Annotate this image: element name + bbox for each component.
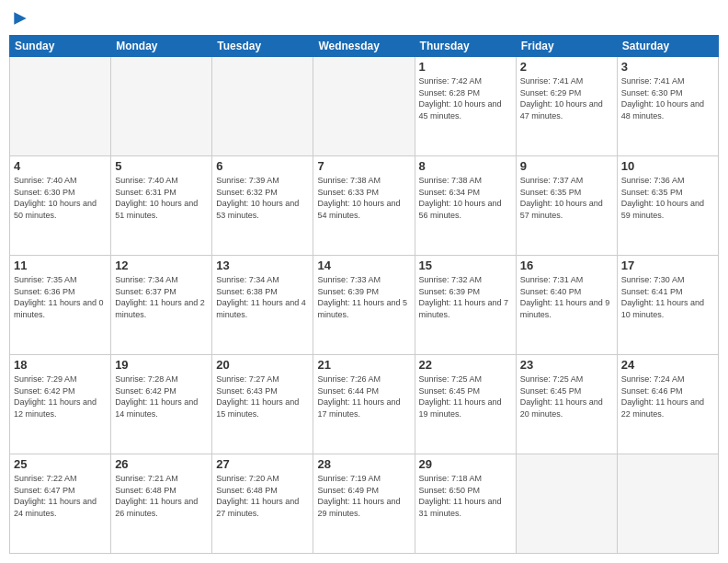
calendar-cell: 7Sunrise: 7:38 AMSunset: 6:33 PMDaylight… (313, 156, 415, 256)
week-row-0: 1Sunrise: 7:42 AMSunset: 6:28 PMDaylight… (10, 57, 719, 156)
day-info: Sunrise: 7:27 AMSunset: 6:43 PMDaylight:… (216, 373, 309, 419)
day-number: 6 (216, 159, 309, 173)
calendar-cell: 16Sunrise: 7:31 AMSunset: 6:40 PMDayligh… (516, 256, 617, 355)
column-header-sunday: Sunday (10, 36, 111, 57)
column-header-saturday: Saturday (617, 36, 718, 57)
week-row-2: 11Sunrise: 7:35 AMSunset: 6:36 PMDayligh… (10, 256, 719, 355)
calendar-body: 1Sunrise: 7:42 AMSunset: 6:28 PMDaylight… (10, 57, 719, 554)
column-header-wednesday: Wednesday (313, 36, 415, 57)
calendar-cell: 18Sunrise: 7:29 AMSunset: 6:42 PMDayligh… (10, 355, 111, 454)
day-info: Sunrise: 7:25 AMSunset: 6:45 PMDaylight:… (419, 373, 512, 419)
day-number: 24 (621, 358, 714, 372)
day-number: 13 (216, 259, 309, 272)
day-info: Sunrise: 7:18 AMSunset: 6:50 PMDaylight:… (419, 473, 512, 519)
calendar-cell: 6Sunrise: 7:39 AMSunset: 6:32 PMDaylight… (212, 156, 313, 256)
day-number: 17 (621, 259, 714, 272)
calendar-cell: 9Sunrise: 7:37 AMSunset: 6:35 PMDaylight… (516, 156, 617, 256)
column-header-monday: Monday (111, 36, 212, 57)
day-number: 11 (14, 259, 107, 272)
day-info: Sunrise: 7:22 AMSunset: 6:47 PMDaylight:… (14, 473, 107, 519)
day-info: Sunrise: 7:24 AMSunset: 6:46 PMDaylight:… (621, 373, 714, 419)
page: SundayMondayTuesdayWednesdayThursdayFrid… (0, 0, 728, 563)
day-number: 28 (317, 457, 410, 471)
day-info: Sunrise: 7:39 AMSunset: 6:32 PMDaylight:… (216, 175, 309, 221)
day-info: Sunrise: 7:19 AMSunset: 6:49 PMDaylight:… (317, 473, 410, 519)
calendar-cell: 1Sunrise: 7:42 AMSunset: 6:28 PMDaylight… (415, 57, 516, 156)
calendar-cell: 29Sunrise: 7:18 AMSunset: 6:50 PMDayligh… (415, 454, 516, 554)
day-number: 20 (216, 358, 309, 372)
week-row-4: 25Sunrise: 7:22 AMSunset: 6:47 PMDayligh… (10, 454, 719, 554)
calendar-cell: 12Sunrise: 7:34 AMSunset: 6:37 PMDayligh… (111, 256, 212, 355)
day-number: 10 (621, 159, 714, 173)
calendar-cell: 22Sunrise: 7:25 AMSunset: 6:45 PMDayligh… (415, 355, 516, 454)
svg-marker-0 (14, 12, 26, 24)
calendar-cell: 4Sunrise: 7:40 AMSunset: 6:30 PMDaylight… (10, 156, 111, 256)
day-info: Sunrise: 7:34 AMSunset: 6:38 PMDaylight:… (216, 274, 309, 320)
day-info: Sunrise: 7:38 AMSunset: 6:34 PMDaylight:… (419, 175, 512, 221)
calendar-cell: 3Sunrise: 7:41 AMSunset: 6:30 PMDaylight… (617, 57, 718, 156)
calendar-cell: 5Sunrise: 7:40 AMSunset: 6:31 PMDaylight… (111, 156, 212, 256)
calendar-cell: 19Sunrise: 7:28 AMSunset: 6:42 PMDayligh… (111, 355, 212, 454)
calendar-cell: 24Sunrise: 7:24 AMSunset: 6:46 PMDayligh… (617, 355, 718, 454)
logo-icon (11, 9, 29, 28)
calendar-cell: 10Sunrise: 7:36 AMSunset: 6:35 PMDayligh… (617, 156, 718, 256)
day-info: Sunrise: 7:41 AMSunset: 6:29 PMDaylight:… (520, 75, 613, 121)
day-number: 18 (14, 358, 107, 372)
day-number: 25 (14, 457, 107, 471)
column-header-friday: Friday (516, 36, 617, 57)
day-number: 1 (419, 60, 512, 74)
calendar-cell (516, 454, 617, 554)
day-info: Sunrise: 7:26 AMSunset: 6:44 PMDaylight:… (317, 373, 410, 419)
day-number: 19 (115, 358, 208, 372)
logo (9, 9, 29, 28)
calendar-cell: 13Sunrise: 7:34 AMSunset: 6:38 PMDayligh… (212, 256, 313, 355)
day-number: 3 (621, 60, 714, 74)
day-info: Sunrise: 7:28 AMSunset: 6:42 PMDaylight:… (115, 373, 208, 419)
day-info: Sunrise: 7:31 AMSunset: 6:40 PMDaylight:… (520, 274, 613, 320)
calendar-cell: 14Sunrise: 7:33 AMSunset: 6:39 PMDayligh… (313, 256, 415, 355)
week-row-3: 18Sunrise: 7:29 AMSunset: 6:42 PMDayligh… (10, 355, 719, 454)
day-number: 16 (520, 259, 613, 272)
calendar-cell (212, 57, 313, 156)
calendar-cell: 27Sunrise: 7:20 AMSunset: 6:48 PMDayligh… (212, 454, 313, 554)
column-header-tuesday: Tuesday (212, 36, 313, 57)
day-number: 7 (317, 159, 410, 173)
day-number: 12 (115, 259, 208, 272)
calendar-header-row: SundayMondayTuesdayWednesdayThursdayFrid… (10, 36, 719, 57)
day-info: Sunrise: 7:42 AMSunset: 6:28 PMDaylight:… (419, 75, 512, 121)
calendar-cell: 20Sunrise: 7:27 AMSunset: 6:43 PMDayligh… (212, 355, 313, 454)
calendar-cell (313, 57, 415, 156)
calendar-cell: 17Sunrise: 7:30 AMSunset: 6:41 PMDayligh… (617, 256, 718, 355)
day-number: 9 (520, 159, 613, 173)
day-number: 8 (419, 159, 512, 173)
calendar-cell: 8Sunrise: 7:38 AMSunset: 6:34 PMDaylight… (415, 156, 516, 256)
calendar-cell (10, 57, 111, 156)
day-number: 4 (14, 159, 107, 173)
day-info: Sunrise: 7:41 AMSunset: 6:30 PMDaylight:… (621, 75, 714, 121)
day-info: Sunrise: 7:38 AMSunset: 6:33 PMDaylight:… (317, 175, 410, 221)
day-info: Sunrise: 7:20 AMSunset: 6:48 PMDaylight:… (216, 473, 309, 519)
day-number: 27 (216, 457, 309, 471)
day-info: Sunrise: 7:25 AMSunset: 6:45 PMDaylight:… (520, 373, 613, 419)
day-info: Sunrise: 7:40 AMSunset: 6:30 PMDaylight:… (14, 175, 107, 221)
day-number: 22 (419, 358, 512, 372)
calendar-cell: 15Sunrise: 7:32 AMSunset: 6:39 PMDayligh… (415, 256, 516, 355)
day-number: 21 (317, 358, 410, 372)
calendar-cell: 11Sunrise: 7:35 AMSunset: 6:36 PMDayligh… (10, 256, 111, 355)
calendar-cell: 2Sunrise: 7:41 AMSunset: 6:29 PMDaylight… (516, 57, 617, 156)
day-info: Sunrise: 7:40 AMSunset: 6:31 PMDaylight:… (115, 175, 208, 221)
day-number: 15 (419, 259, 512, 272)
day-info: Sunrise: 7:21 AMSunset: 6:48 PMDaylight:… (115, 473, 208, 519)
header (9, 9, 719, 28)
calendar-cell (111, 57, 212, 156)
calendar-cell: 21Sunrise: 7:26 AMSunset: 6:44 PMDayligh… (313, 355, 415, 454)
calendar-cell (617, 454, 718, 554)
day-info: Sunrise: 7:37 AMSunset: 6:35 PMDaylight:… (520, 175, 613, 221)
calendar-cell: 28Sunrise: 7:19 AMSunset: 6:49 PMDayligh… (313, 454, 415, 554)
day-number: 26 (115, 457, 208, 471)
day-info: Sunrise: 7:34 AMSunset: 6:37 PMDaylight:… (115, 274, 208, 320)
calendar-cell: 26Sunrise: 7:21 AMSunset: 6:48 PMDayligh… (111, 454, 212, 554)
day-number: 14 (317, 259, 410, 272)
day-number: 2 (520, 60, 613, 74)
day-number: 5 (115, 159, 208, 173)
